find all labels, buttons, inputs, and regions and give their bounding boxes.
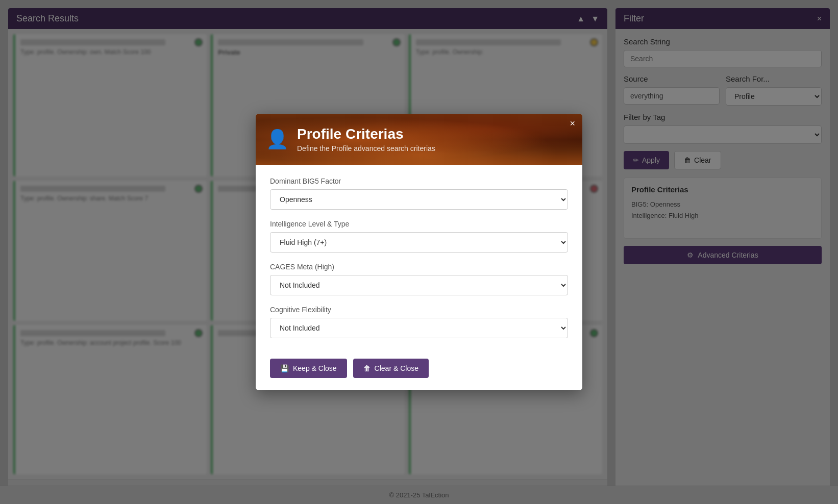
dominant-big5-select[interactable]: Openness Conscientiousness Extraversion … xyxy=(270,189,568,210)
person-icon: 👤 xyxy=(266,129,289,150)
trash-icon: 🗑 xyxy=(363,364,371,372)
intelligence-select[interactable]: Fluid High (7+) Fluid Medium Fluid Low C… xyxy=(270,232,568,253)
dominant-big5-label: Dominant BIG5 Factor xyxy=(270,177,568,185)
modal-header: 👤 Profile Criterias Define the Profile a… xyxy=(256,114,582,165)
modal-header-content: 👤 Profile Criterias Define the Profile a… xyxy=(266,126,572,153)
modal-footer: 💾 Keep & Close 🗑 Clear & Close xyxy=(256,350,582,390)
modal-header-text: Profile Criterias Define the Profile adv… xyxy=(297,126,435,153)
save-icon: 💾 xyxy=(280,364,289,372)
modal-title: Profile Criterias xyxy=(297,126,435,142)
cages-select[interactable]: Not Included High Medium Low xyxy=(270,275,568,295)
cages-label: CAGES Meta (High) xyxy=(270,263,568,271)
cognitive-label: Cognitive Flexibility xyxy=(270,306,568,314)
modal-subtitle: Define the Profile advanced search crite… xyxy=(297,144,435,153)
modal-close-button[interactable]: × xyxy=(570,119,575,128)
clear-close-label: Clear & Close xyxy=(375,364,418,372)
modal-overlay[interactable]: 👤 Profile Criterias Define the Profile a… xyxy=(0,0,838,504)
profile-criterias-modal: 👤 Profile Criterias Define the Profile a… xyxy=(256,114,582,390)
keep-close-button[interactable]: 💾 Keep & Close xyxy=(270,359,347,378)
cognitive-select[interactable]: Not Included High Medium Low xyxy=(270,318,568,338)
keep-close-label: Keep & Close xyxy=(293,364,337,372)
intelligence-label: Intelligence Level & Type xyxy=(270,220,568,228)
clear-close-button[interactable]: 🗑 Clear & Close xyxy=(353,359,429,378)
modal-body: Dominant BIG5 Factor Openness Conscienti… xyxy=(256,165,582,350)
